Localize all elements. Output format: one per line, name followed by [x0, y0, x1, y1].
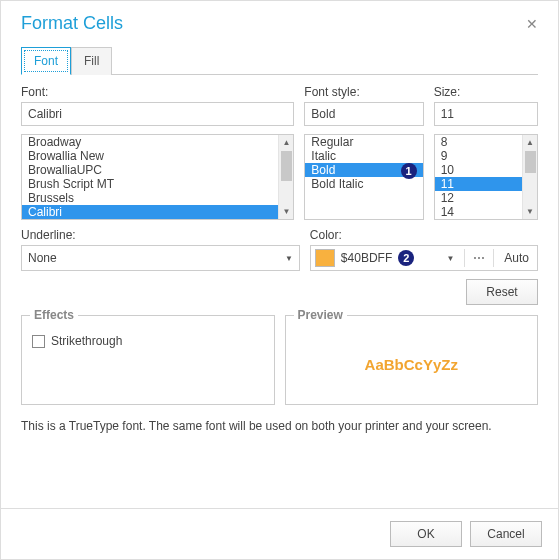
size-input[interactable] — [434, 102, 538, 126]
preview-group: Preview AaBbCcYyZz — [285, 315, 539, 405]
scroll-down-icon[interactable]: ▼ — [279, 204, 293, 219]
style-label: Font style: — [304, 85, 423, 99]
color-label: Color: — [310, 228, 538, 242]
size-label: Size: — [434, 85, 538, 99]
underline-color-row: Underline: None ▼ Color: $40BDFF 2 ▼ ⋯ A… — [21, 228, 538, 271]
separator — [493, 249, 494, 267]
font-label: Font: — [21, 85, 294, 99]
underline-select[interactable]: None ▼ — [21, 245, 300, 271]
format-cells-dialog: Format Cells ✕ Font Fill Font: Font styl… — [0, 0, 559, 560]
font-row: Font: Font style: Size: — [21, 85, 538, 126]
color-hex: $40BDFF — [341, 251, 392, 265]
list-item[interactable]: Calibri — [22, 205, 278, 219]
effects-group: Effects Strikethrough — [21, 315, 275, 405]
list-item[interactable]: Browallia New — [22, 149, 278, 163]
list-item[interactable]: 8 — [435, 135, 522, 149]
ellipsis-icon[interactable]: ⋯ — [471, 251, 487, 265]
effects-legend: Effects — [30, 308, 78, 322]
button-bar: OK Cancel — [1, 508, 558, 559]
titlebar: Format Cells ✕ — [1, 1, 558, 42]
cancel-button[interactable]: Cancel — [470, 521, 542, 547]
list-item[interactable]: Bold Italic — [305, 177, 422, 191]
reset-button[interactable]: Reset — [466, 279, 538, 305]
color-swatch — [315, 249, 335, 267]
style-listbox[interactable]: RegularItalicBoldBold Italic 1 — [304, 134, 423, 220]
checkbox-box — [32, 335, 45, 348]
underline-value: None — [28, 251, 57, 265]
list-item[interactable]: Broadway — [22, 135, 278, 149]
footer-note: This is a TrueType font. The same font w… — [21, 419, 538, 433]
tab-strip: Font Fill — [21, 46, 538, 75]
dialog-title: Format Cells — [21, 13, 123, 34]
list-item[interactable]: Brush Script MT — [22, 177, 278, 191]
list-item[interactable]: 14 — [435, 205, 522, 219]
list-item[interactable]: 9 — [435, 149, 522, 163]
underline-label: Underline: — [21, 228, 300, 242]
color-auto-button[interactable]: Auto — [500, 251, 533, 265]
list-item[interactable]: Brussels — [22, 191, 278, 205]
preview-legend: Preview — [294, 308, 347, 322]
scroll-up-icon[interactable]: ▲ — [279, 135, 293, 150]
separator — [464, 249, 465, 267]
font-input[interactable] — [21, 102, 294, 126]
strikethrough-checkbox[interactable]: Strikethrough — [32, 334, 264, 348]
scroll-thumb[interactable] — [525, 151, 536, 173]
scroll-thumb[interactable] — [281, 151, 292, 181]
size-listbox[interactable]: 8910111214 ▲ ▼ — [434, 134, 538, 220]
scrollbar[interactable]: ▲ ▼ — [278, 135, 293, 219]
close-icon[interactable]: ✕ — [522, 16, 542, 32]
chevron-down-icon[interactable]: ▼ — [442, 254, 458, 263]
list-item[interactable]: BrowalliaUPC — [22, 163, 278, 177]
groups-row: Effects Strikethrough Preview AaBbCcYyZz — [21, 315, 538, 405]
chevron-down-icon: ▼ — [285, 254, 293, 263]
list-item[interactable]: Italic — [305, 149, 422, 163]
callout-2: 2 — [398, 250, 414, 266]
scrollbar[interactable]: ▲ ▼ — [522, 135, 537, 219]
scroll-up-icon[interactable]: ▲ — [523, 135, 537, 150]
list-item[interactable]: Regular — [305, 135, 422, 149]
tab-fill[interactable]: Fill — [71, 47, 112, 75]
callout-1: 1 — [401, 163, 417, 179]
scroll-down-icon[interactable]: ▼ — [523, 204, 537, 219]
dialog-body: Font Fill Font: Font style: Size: Broadw… — [1, 42, 558, 508]
font-listbox[interactable]: BroadwayBrowallia NewBrowalliaUPCBrush S… — [21, 134, 294, 220]
list-item[interactable]: 11 — [435, 177, 522, 191]
list-item[interactable]: 12 — [435, 191, 522, 205]
list-item[interactable]: 10 — [435, 163, 522, 177]
color-picker[interactable]: $40BDFF 2 ▼ ⋯ Auto — [310, 245, 538, 271]
tab-font[interactable]: Font — [21, 47, 71, 75]
style-input[interactable] — [304, 102, 423, 126]
preview-sample: AaBbCcYyZz — [296, 334, 528, 394]
lists-row: BroadwayBrowallia NewBrowalliaUPCBrush S… — [21, 134, 538, 220]
ok-button[interactable]: OK — [390, 521, 462, 547]
strikethrough-label: Strikethrough — [51, 334, 122, 348]
